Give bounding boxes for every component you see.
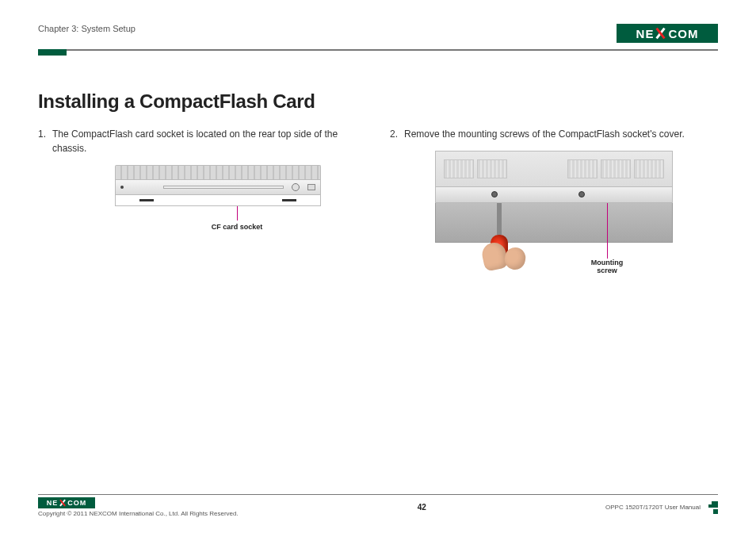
screw-hole-icon (491, 191, 498, 197)
step-2: 2. Remove the mounting screws of the Com… (390, 127, 718, 141)
chapter-title: Chapter 3: System Setup (38, 24, 136, 33)
power-button-icon (292, 183, 300, 191)
step-2-number: 2. (390, 127, 398, 141)
document-page: Chapter 3: System Setup NE COM Installin… (0, 0, 756, 533)
step-1: 1. The CompactFlash card socket is locat… (38, 127, 366, 155)
callout-line (607, 203, 608, 259)
callout-cf-socket: CF card socket (212, 222, 263, 233)
footer-bar: NE COM Copyright © 2011 NEXCOM Internati… (38, 497, 718, 517)
callout-mounting-line2: screw (597, 266, 617, 274)
port-icon (307, 184, 315, 190)
callout-mounting-screw-wrap: Mounting screw (586, 203, 628, 276)
screw-dot (120, 186, 124, 189)
callout-mounting-line1: Mounting (591, 259, 623, 266)
screwdriver-shaft (497, 203, 502, 235)
device-screw-view: Mounting screw (435, 151, 673, 270)
cf-slot (163, 186, 284, 189)
footer-deco-icon (705, 501, 718, 514)
device-front-edge (115, 195, 321, 206)
vent-icon (477, 159, 507, 178)
column-right: 2. Remove the mounting screws of the Com… (390, 127, 718, 270)
device-front-panel (435, 203, 673, 243)
copyright-text: Copyright © 2011 NEXCOM International Co… (38, 510, 239, 517)
footer-right: OPPC 1520T/1720T User Manual (605, 501, 718, 514)
callout-mounting-screw: Mounting screw (586, 259, 628, 276)
vent-icon (601, 159, 631, 178)
device-screw-edge (435, 187, 673, 203)
step-1-number: 1. (38, 127, 46, 155)
device-right-box: Mounting screw (435, 151, 673, 270)
columns: 1. The CompactFlash card socket is locat… (38, 127, 718, 270)
logo-x-icon (655, 27, 667, 40)
page-title: Installing a CompactFlash Card (38, 90, 718, 113)
figure-right: Mounting screw (390, 151, 718, 270)
header-accent-block (38, 49, 67, 56)
logo-text-small: NE COM (47, 499, 87, 507)
header-rule (38, 49, 718, 51)
step-2-text: Remove the mounting screws of the Compac… (404, 127, 718, 141)
vent-icon (634, 159, 664, 178)
logo-text-right: COM (668, 27, 698, 40)
nexcom-logo-small: NE COM (38, 497, 95, 508)
page-number: 42 (418, 503, 426, 512)
device-top-panel (435, 151, 673, 187)
callout-line (237, 206, 238, 220)
logo-text-left: NE (636, 27, 655, 40)
manual-name: OPPC 1520T/1720T User Manual (605, 504, 701, 511)
logo-text: NE COM (636, 27, 699, 40)
column-left: 1. The CompactFlash card socket is locat… (38, 127, 366, 270)
logo-text-left: NE (47, 499, 59, 507)
face-slot (282, 199, 296, 201)
device-io-strip (115, 179, 321, 195)
vent-icon (567, 159, 598, 178)
hand-with-screwdriver-icon (491, 203, 508, 259)
page-header: Chapter 3: System Setup NE COM (38, 24, 718, 46)
vent-row (436, 151, 672, 186)
device-rear-view (115, 165, 321, 206)
page-body: Installing a CompactFlash Card 1. The Co… (38, 51, 718, 494)
logo-text-right: COM (67, 499, 86, 507)
face-slot (139, 199, 154, 201)
vent-icon (444, 159, 474, 178)
page-footer: NE COM Copyright © 2011 NEXCOM Internati… (38, 494, 718, 518)
step-1-text: The CompactFlash card socket is located … (52, 127, 366, 155)
device-heatsink-fins (115, 165, 321, 179)
logo-x-icon (59, 499, 67, 507)
nexcom-logo: NE COM (617, 24, 718, 43)
figure-left: CF card socket (38, 165, 366, 233)
footer-rule (38, 494, 718, 496)
screw-hole-icon (578, 191, 585, 197)
footer-left: NE COM Copyright © 2011 NEXCOM Internati… (38, 497, 239, 517)
